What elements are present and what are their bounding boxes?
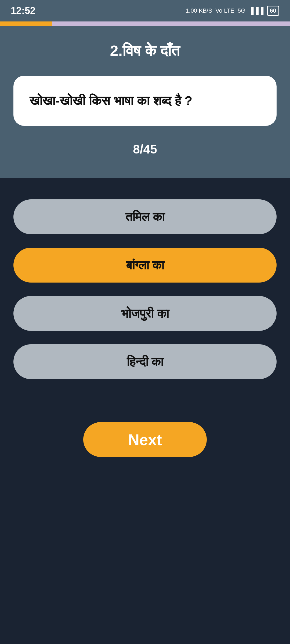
status-time: 12:52 <box>11 5 35 16</box>
chapter-title: 2.विष के दाँत <box>110 42 180 60</box>
next-button[interactable]: Next <box>83 422 207 457</box>
progress-bar-fill <box>0 21 52 26</box>
answer-option-1[interactable]: तमिल का <box>13 199 277 234</box>
answer-option-4[interactable]: हिन्दी का <box>13 344 277 379</box>
answer-option-3[interactable]: भोजपुरी का <box>13 296 277 331</box>
network-speed: 1.00 KB/S <box>186 8 212 14</box>
answer-option-2[interactable]: बांग्ला का <box>13 248 277 283</box>
battery-indicator: 60 <box>267 6 279 16</box>
top-section: 2.विष के दाँत खोखा-खोखी किस भाषा का शब्द… <box>0 26 290 178</box>
status-icons: 1.00 KB/S Vo LTE 5G ▐▐▐ 60 <box>186 6 279 16</box>
question-counter: 8/45 <box>133 142 157 156</box>
question-text: खोखा-खोखी किस भाषा का शब्द है ? <box>30 92 260 110</box>
bottom-section: तमिल का बांग्ला का भोजपुरी का हिन्दी का … <box>0 178 290 473</box>
question-card: खोखा-खोखी किस भाषा का शब्द है ? <box>13 76 277 126</box>
network-type: Vo LTE <box>215 8 234 14</box>
signal-bars-icon: ▐▐▐ <box>249 7 263 15</box>
progress-bar-container <box>0 21 290 26</box>
status-bar: 12:52 1.00 KB/S Vo LTE 5G ▐▐▐ 60 <box>0 0 290 21</box>
signal-icon: 5G <box>238 8 245 14</box>
